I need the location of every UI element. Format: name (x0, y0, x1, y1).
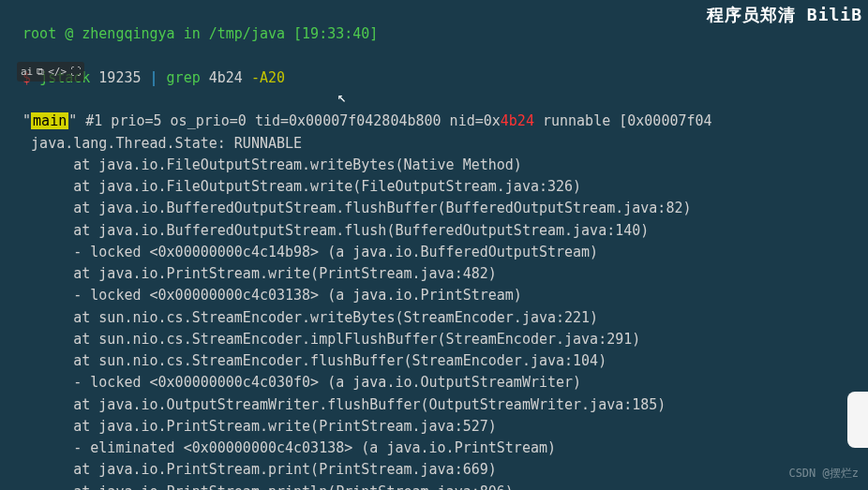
stack-frame: - locked <0x00000000c4c030f0> (a java.io… (6, 372, 862, 393)
thread-header-line: "main" #1 prio=5 os_prio=0 tid=0x00007f0… (6, 89, 862, 133)
stack-frame: at java.io.PrintStream.println(PrintStre… (6, 482, 862, 491)
thread-name-highlight: main (31, 112, 68, 129)
stack-trace: at java.io.FileOutputStream.writeBytes(N… (6, 155, 862, 490)
code-toolbar[interactable]: ai ⧉ </> ⛶ (17, 62, 84, 82)
stack-frame: at sun.nio.cs.StreamEncoder.flushBuffer(… (6, 350, 862, 372)
stack-frame: at java.io.OutputStreamWriter.flushBuffe… (6, 394, 862, 416)
stack-frame: at sun.nio.cs.StreamEncoder.writeBytes(S… (6, 307, 862, 329)
copy-icon[interactable]: ⧉ (37, 64, 44, 80)
command-line[interactable]: $ jstack 19235 | grep 4b24 -A20 (6, 46, 862, 90)
grep-match-highlight: 4b24 (501, 112, 534, 129)
stack-frame: at java.io.PrintStream.write(PrintStream… (6, 416, 862, 438)
stack-frame: at java.io.BufferedOutputStream.flush(Bu… (6, 220, 862, 242)
stack-frame: at java.io.BufferedOutputStream.flushBuf… (6, 198, 862, 219)
stack-frame: at java.io.PrintStream.write(PrintStream… (6, 263, 862, 285)
stack-frame: - locked <0x00000000c4c14b98> (a java.io… (6, 242, 862, 263)
stack-frame: at java.io.PrintStream.print(PrintStream… (6, 459, 862, 481)
ai-icon[interactable]: ai (21, 64, 33, 80)
thread-state-line: java.lang.Thread.State: RUNNABLE (6, 133, 862, 155)
code-icon[interactable]: </> (48, 64, 67, 80)
stack-frame: at java.io.FileOutputStream.writeBytes(N… (6, 155, 862, 176)
expand-icon[interactable]: ⛶ (70, 64, 81, 80)
watermark-label: CSDN @摆烂z (788, 465, 859, 483)
stack-frame: at java.io.FileOutputStream.write(FileOu… (6, 176, 862, 198)
stack-frame: at sun.nio.cs.StreamEncoder.implFlushBuf… (6, 329, 862, 350)
stack-frame: - eliminated <0x00000000c4c03138> (a jav… (6, 438, 862, 459)
stack-frame: - locked <0x00000000c4c03138> (a java.io… (6, 285, 862, 306)
video-source-label: 程序员郑清 BiliB (701, 0, 868, 30)
side-tab[interactable] (847, 392, 868, 448)
